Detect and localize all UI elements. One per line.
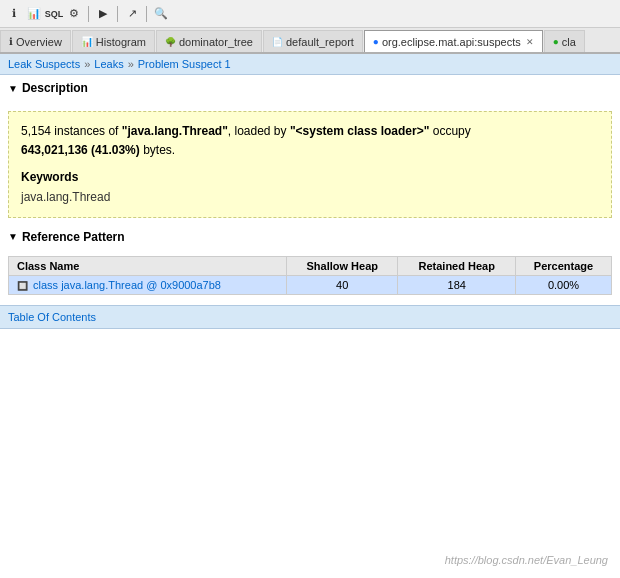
toolbar: ℹ 📊 SQL ⚙ ▶ ↗ 🔍 — [0, 0, 620, 28]
toc-bar: Table Of Contents — [0, 305, 620, 329]
reference-pattern-section: ▼ Reference Pattern — [0, 226, 620, 256]
tab-domtree-icon: 🌳 — [165, 37, 176, 47]
description-main-text: 5,154 instances of "java.lang.Thread", l… — [21, 122, 599, 160]
sql-icon[interactable]: SQL — [46, 6, 62, 22]
keywords-block: Keywords java.lang.Thread — [21, 168, 599, 206]
keywords-label: Keywords — [21, 170, 78, 184]
description-title: ▼ Description — [8, 81, 612, 95]
search-icon[interactable]: 🔍 — [153, 6, 169, 22]
instance-count: 5,154 — [21, 124, 51, 138]
reference-pattern-title-text: Reference Pattern — [22, 230, 125, 244]
col-header-percentage: Percentage — [515, 256, 611, 275]
tab-histogram-label: Histogram — [96, 36, 146, 48]
col-header-shallow-heap: Shallow Heap — [287, 256, 398, 275]
cell-shallow-heap: 40 — [287, 275, 398, 294]
export-icon[interactable]: ↗ — [124, 6, 140, 22]
tab-histogram[interactable]: 📊 Histogram — [72, 30, 155, 52]
tab-domtree-label: dominator_tree — [179, 36, 253, 48]
occupy-text: occupy — [433, 124, 471, 138]
class-link[interactable]: class java.lang.Thread @ 0x9000a7b8 — [33, 279, 221, 291]
cell-class-name: 🔲 class java.lang.Thread @ 0x9000a7b8 — [9, 275, 287, 294]
tab-overview[interactable]: ℹ Overview — [0, 30, 71, 52]
reference-pattern-arrow[interactable]: ▼ — [8, 231, 18, 242]
keywords-value: java.lang.Thread — [21, 190, 110, 204]
row-icon: 🔲 — [17, 281, 28, 291]
tab-default-report[interactable]: 📄 default_report — [263, 30, 363, 52]
tab-class-label: cla — [562, 36, 576, 48]
info-icon[interactable]: ℹ — [6, 6, 22, 22]
cell-percentage: 0.00% — [515, 275, 611, 294]
breadcrumb-sep-1: » — [84, 58, 90, 70]
tab-bar: ℹ Overview 📊 Histogram 🌳 dominator_tree … — [0, 28, 620, 54]
cell-retained-heap: 184 — [398, 275, 516, 294]
tab-suspects[interactable]: ● org.eclipse.mat.api:suspects ✕ — [364, 30, 543, 52]
tab-overview-label: Overview — [16, 36, 62, 48]
tab-class-icon: ● — [553, 36, 559, 47]
reference-table: Class Name Shallow Heap Retained Heap Pe… — [8, 256, 612, 295]
description-box: 5,154 instances of "java.lang.Thread", l… — [8, 111, 612, 218]
settings-icon[interactable]: ⚙ — [66, 6, 82, 22]
percentage-text: (41.03%) — [91, 143, 140, 157]
loader-text: "<system class loader>" — [290, 124, 429, 138]
breadcrumb-sep-2: » — [128, 58, 134, 70]
tab-dominator-tree[interactable]: 🌳 dominator_tree — [156, 30, 262, 52]
breadcrumb-leaks[interactable]: Leaks — [94, 58, 123, 70]
description-arrow[interactable]: ▼ — [8, 83, 18, 94]
table-row: 🔲 class java.lang.Thread @ 0x9000a7b8 40… — [9, 275, 612, 294]
tab-report-icon: 📄 — [272, 37, 283, 47]
tab-class[interactable]: ● cla — [544, 30, 585, 52]
toolbar-separator-2 — [117, 6, 118, 22]
toc-link[interactable]: Table Of Contents — [8, 311, 96, 323]
description-section: ▼ Description — [0, 75, 620, 107]
bytes-count: 643,021,136 — [21, 143, 88, 157]
watermark: https://blog.csdn.net/Evan_Leung — [445, 554, 608, 566]
breadcrumb-leak-suspects[interactable]: Leak Suspects — [8, 58, 80, 70]
col-header-class-name: Class Name — [9, 256, 287, 275]
bytes-label: bytes. — [143, 143, 175, 157]
class-name-text: "java.lang.Thread" — [122, 124, 228, 138]
tab-histogram-icon: 📊 — [81, 36, 93, 47]
content-area: Leak Suspects » Leaks » Problem Suspect … — [0, 54, 620, 578]
tab-suspects-label: org.eclipse.mat.api:suspects — [382, 36, 521, 48]
toolbar-separator-1 — [88, 6, 89, 22]
reference-pattern-title: ▼ Reference Pattern — [8, 230, 612, 244]
tab-report-label: default_report — [286, 36, 354, 48]
tab-suspects-icon: ● — [373, 36, 379, 47]
run-icon[interactable]: ▶ — [95, 6, 111, 22]
col-header-retained-heap: Retained Heap — [398, 256, 516, 275]
tab-overview-icon: ℹ — [9, 36, 13, 47]
bar-chart-icon[interactable]: 📊 — [26, 6, 42, 22]
breadcrumb-problem-suspect[interactable]: Problem Suspect 1 — [138, 58, 231, 70]
description-title-text: Description — [22, 81, 88, 95]
loaded-by-label: loaded by — [235, 124, 287, 138]
breadcrumb: Leak Suspects » Leaks » Problem Suspect … — [0, 54, 620, 75]
tab-suspects-close[interactable]: ✕ — [526, 37, 534, 47]
toolbar-separator-3 — [146, 6, 147, 22]
